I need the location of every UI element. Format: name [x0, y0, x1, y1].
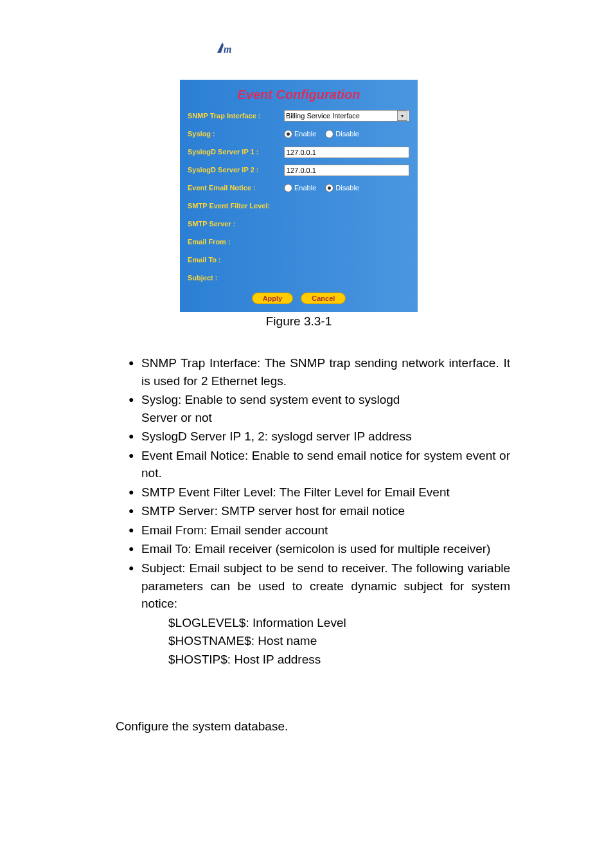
list-item: Syslog: Enable to send system event to s… — [129, 391, 510, 426]
list-item: Event Email Notice: Enable to send email… — [129, 447, 510, 482]
event-email-enable-radio[interactable]: Enable — [284, 184, 316, 192]
cancel-button[interactable]: Cancel — [301, 293, 346, 304]
syslogd-server-ip1-input[interactable] — [284, 147, 409, 158]
email-from-label: Email From : — [188, 238, 284, 246]
syslog-enable-radio[interactable]: Enable — [284, 130, 316, 138]
event-email-disable-radio[interactable]: Disable — [325, 184, 359, 192]
event-config-panel: Event Configuration SNMP Trap Interface … — [180, 80, 418, 312]
syslogd-server-ip1-label: SyslogD Server IP 1 : — [188, 148, 284, 156]
svg-text:m: m — [224, 44, 231, 55]
chevron-down-icon: ▾ — [397, 111, 407, 121]
description-block: SNMP Trap Interface: The SNMP trap sendi… — [116, 354, 510, 668]
subject-label: Subject : — [188, 274, 284, 282]
sub-item: $LOGLEVEL$: Information Level — [168, 614, 510, 632]
email-to-label: Email To : — [188, 256, 284, 264]
apply-button[interactable]: Apply — [252, 293, 294, 304]
radio-label: Disable — [335, 184, 359, 192]
syslogd-server-ip2-label: SyslogD Server IP 2 : — [188, 166, 284, 174]
syslog-radio-group: Enable Disable — [284, 130, 410, 138]
select-value: Billing Service Interface — [286, 112, 360, 120]
radio-label: Enable — [294, 130, 316, 138]
snmp-trap-interface-label: SNMP Trap Interface : — [188, 112, 284, 120]
list-item: SyslogD Server IP 1, 2: syslogd server I… — [129, 428, 510, 446]
event-email-radio-group: Enable Disable — [284, 184, 410, 192]
radio-icon — [325, 184, 333, 192]
smtp-server-label: SMTP Server : — [188, 220, 284, 228]
sub-item: $HOSTIP$: Host IP address — [168, 651, 510, 669]
smtp-event-filter-label: SMTP Event Filter Level: — [188, 202, 284, 210]
figure-caption: Figure 3.3-1 — [180, 314, 418, 329]
radio-icon — [284, 184, 292, 192]
list-item: SMTP Event Filter Level: The Filter Leve… — [129, 484, 510, 502]
list-item: Email From: Email sender account — [129, 521, 510, 539]
syslogd-server-ip2-input[interactable] — [284, 165, 409, 176]
list-item: SNMP Trap Interface: The SNMP trap sendi… — [129, 354, 510, 390]
after-text: Configure the system database. — [116, 719, 510, 734]
radio-icon — [284, 130, 292, 138]
panel-title: Event Configuration — [188, 87, 410, 102]
list-item: SMTP Server: SMTP server host for email … — [129, 502, 510, 520]
radio-icon — [325, 130, 333, 138]
snmp-trap-interface-select[interactable]: Billing Service Interface ▾ — [284, 110, 409, 122]
event-email-notice-label: Event Email Notice : — [188, 184, 284, 192]
sub-item: $HOSTNAME$: Host name — [168, 632, 510, 650]
radio-label: Disable — [335, 130, 359, 138]
list-item: Email To: Email receiver (semicolon is u… — [129, 540, 510, 558]
brand-logo: m — [212, 39, 510, 60]
radio-label: Enable — [294, 184, 316, 192]
syslog-label: Syslog : — [188, 130, 284, 138]
list-item: Subject: Email subject to be send to rec… — [129, 559, 510, 613]
syslog-disable-radio[interactable]: Disable — [325, 130, 359, 138]
